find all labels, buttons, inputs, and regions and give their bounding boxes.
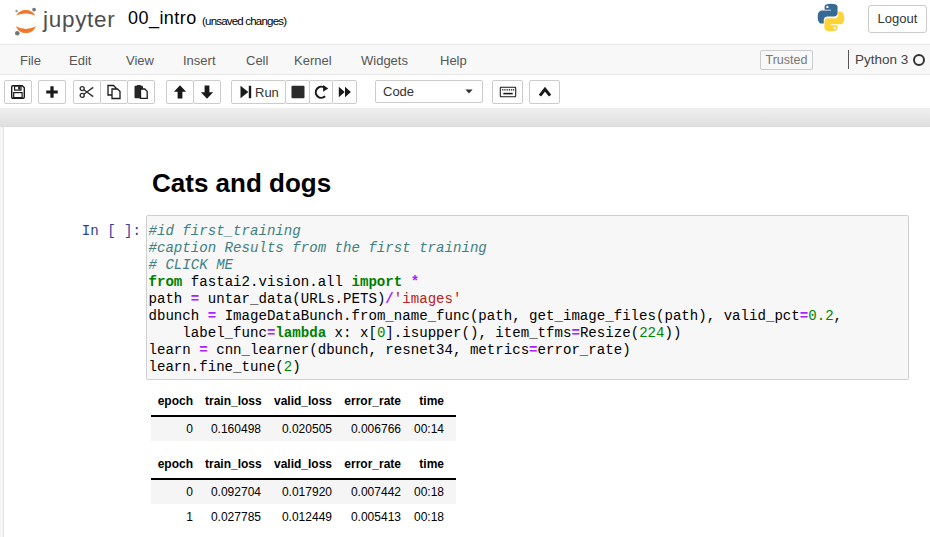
- svg-text:jupyter: jupyter: [42, 7, 115, 32]
